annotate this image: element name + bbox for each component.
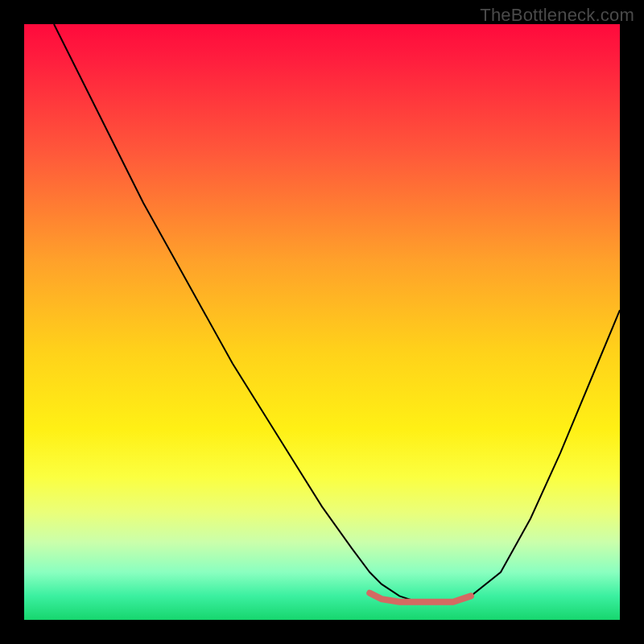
plot-area: [24, 24, 620, 620]
valley-highlight: [369, 593, 471, 602]
watermark-text: TheBottleneck.com: [480, 5, 634, 26]
bottleneck-curve: [54, 24, 620, 602]
chart-svg: [24, 24, 620, 620]
